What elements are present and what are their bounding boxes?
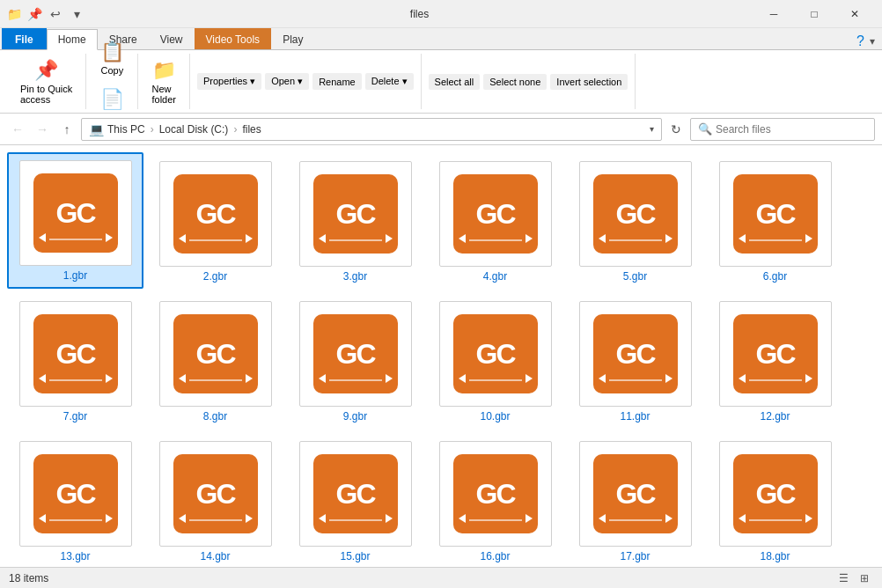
ribbon-group-open: Properties ▾ Open ▾ Rename Delete ▾ bbox=[190, 54, 422, 109]
breadcrumb-this-pc[interactable]: This PC bbox=[107, 123, 145, 136]
file-thumbnail: GC bbox=[299, 441, 412, 547]
file-item[interactable]: GC 14.gbr bbox=[147, 432, 283, 567]
gc-arrow-left-icon bbox=[599, 514, 606, 523]
file-item[interactable]: GC 1.gbr bbox=[7, 152, 143, 289]
pin-to-quick-access-button[interactable]: 📌 Pin to Quickaccess bbox=[14, 55, 78, 109]
delete-button[interactable]: Delete ▾ bbox=[365, 73, 414, 90]
gc-line bbox=[609, 519, 662, 521]
file-item[interactable]: GC 15.gbr bbox=[287, 432, 423, 567]
gc-arrow-left-icon bbox=[319, 514, 326, 523]
file-item[interactable]: GC 12.gbr bbox=[707, 292, 843, 429]
gc-arrow-left-icon bbox=[459, 374, 466, 383]
ribbon-content: 📌 Pin to Quickaccess 📋 Copy 📄 Paste 📁 Ne… bbox=[0, 49, 882, 113]
file-item[interactable]: GC 11.gbr bbox=[567, 292, 703, 429]
gc-arrow-right-icon bbox=[386, 234, 393, 243]
file-item[interactable]: GC 17.gbr bbox=[567, 432, 703, 567]
large-icons-view-button[interactable]: ⊞ bbox=[856, 570, 873, 587]
file-thumbnail: GC bbox=[439, 161, 552, 267]
search-input[interactable] bbox=[716, 123, 867, 136]
file-item[interactable]: GC 3.gbr bbox=[287, 152, 423, 289]
tab-file[interactable]: File bbox=[2, 28, 47, 49]
gc-logo: GC bbox=[593, 174, 678, 254]
gc-arrow-left-icon bbox=[459, 514, 466, 523]
file-thumbnail: GC bbox=[439, 301, 552, 407]
view-buttons: ☰ ⊞ bbox=[834, 570, 873, 587]
file-thumbnail: GC bbox=[719, 161, 832, 267]
gc-line bbox=[329, 239, 382, 241]
gc-arrow-left-icon bbox=[459, 234, 466, 243]
minimize-button[interactable]: ─ bbox=[753, 0, 794, 28]
gc-line bbox=[469, 519, 522, 521]
file-item[interactable]: GC 6.gbr bbox=[707, 152, 843, 289]
tab-video-tools[interactable]: Video Tools bbox=[195, 28, 272, 49]
new-folder-button[interactable]: 📁 Newfolder bbox=[145, 55, 182, 109]
maximize-button[interactable]: □ bbox=[794, 0, 834, 28]
dropdown-arrow-icon[interactable]: ▾ bbox=[650, 124, 654, 134]
gc-arrow-left-icon bbox=[599, 374, 606, 383]
gc-text: GC bbox=[756, 480, 795, 508]
file-name: 8.gbr bbox=[203, 410, 227, 423]
file-item[interactable]: GC 5.gbr bbox=[567, 152, 703, 289]
file-item[interactable]: GC 18.gbr bbox=[707, 432, 843, 567]
select-buttons: Select all Select none Invert selection bbox=[429, 74, 628, 90]
file-name: 10.gbr bbox=[480, 410, 510, 423]
gc-text: GC bbox=[616, 340, 655, 368]
breadcrumb-local-disk[interactable]: Local Disk (C:) bbox=[159, 123, 229, 136]
gc-arrow-right-icon bbox=[665, 234, 673, 243]
copy-button[interactable]: 📋 Copy bbox=[94, 36, 130, 80]
file-item[interactable]: GC 2.gbr bbox=[147, 152, 283, 289]
title-bar: 📁 📌 ↩ ▾ files ─ □ ✕ bbox=[0, 0, 882, 28]
file-item[interactable]: GC 9.gbr bbox=[287, 292, 423, 429]
file-item[interactable]: GC 8.gbr bbox=[147, 292, 283, 429]
select-none-button[interactable]: Select none bbox=[483, 74, 547, 90]
file-name: 5.gbr bbox=[623, 270, 647, 283]
file-name: 18.gbr bbox=[760, 550, 790, 562]
item-count: 18 items bbox=[9, 572, 48, 584]
dropdown-button[interactable]: ▾ bbox=[68, 5, 85, 23]
gc-line bbox=[329, 379, 382, 381]
file-item[interactable]: GC 13.gbr bbox=[7, 432, 143, 567]
pin-button[interactable]: 📌 bbox=[26, 5, 43, 23]
window-title: files bbox=[85, 8, 753, 20]
tab-view[interactable]: View bbox=[149, 28, 195, 49]
refresh-button[interactable]: ↻ bbox=[665, 119, 687, 140]
window-controls: ─ □ ✕ bbox=[753, 0, 875, 28]
gc-text: GC bbox=[336, 200, 375, 228]
forward-button[interactable]: → bbox=[32, 119, 53, 140]
tab-home[interactable]: Home bbox=[47, 29, 98, 50]
breadcrumb-files[interactable]: files bbox=[242, 123, 261, 136]
gc-line bbox=[329, 519, 382, 521]
gc-arrow-right-icon bbox=[526, 234, 533, 243]
file-item[interactable]: GC 16.gbr bbox=[427, 432, 563, 567]
file-item[interactable]: GC 10.gbr bbox=[427, 292, 563, 429]
select-all-button[interactable]: Select all bbox=[429, 74, 481, 90]
ribbon: File Home Share View Video Tools Play ? … bbox=[0, 28, 882, 114]
gc-logo: GC bbox=[593, 314, 678, 393]
open-button[interactable]: Open ▾ bbox=[265, 73, 309, 90]
up-button[interactable]: ↑ bbox=[56, 119, 77, 140]
rename-button[interactable]: Rename bbox=[312, 73, 362, 90]
file-name: 2.gbr bbox=[203, 270, 227, 283]
gc-line bbox=[609, 239, 662, 241]
close-button[interactable]: ✕ bbox=[834, 0, 875, 28]
gc-arrow-left-icon bbox=[319, 374, 326, 383]
file-thumbnail: GC bbox=[579, 441, 692, 547]
back-button[interactable]: ← bbox=[7, 119, 28, 140]
properties-button[interactable]: Properties ▾ bbox=[197, 73, 261, 90]
file-item[interactable]: GC 7.gbr bbox=[7, 292, 143, 429]
address-bar[interactable]: 💻 This PC › Local Disk (C:) › files ▾ bbox=[81, 118, 662, 141]
ribbon-group-organize: 📋 Copy 📄 Paste bbox=[86, 54, 138, 109]
invert-selection-button[interactable]: Invert selection bbox=[550, 74, 628, 90]
tab-play[interactable]: Play bbox=[271, 28, 314, 49]
gc-text: GC bbox=[56, 480, 95, 508]
file-thumbnail: GC bbox=[439, 441, 552, 547]
file-item[interactable]: GC 4.gbr bbox=[427, 152, 563, 289]
file-thumbnail: GC bbox=[19, 441, 132, 547]
undo-button[interactable]: ↩ bbox=[47, 5, 64, 23]
gc-arrow-right-icon bbox=[246, 374, 253, 383]
details-view-button[interactable]: ☰ bbox=[834, 570, 852, 587]
search-box[interactable]: 🔍 bbox=[690, 118, 875, 141]
file-name: 16.gbr bbox=[480, 550, 510, 562]
expand-icon[interactable]: ▾ bbox=[870, 35, 875, 48]
search-icon: 🔍 bbox=[698, 122, 712, 136]
